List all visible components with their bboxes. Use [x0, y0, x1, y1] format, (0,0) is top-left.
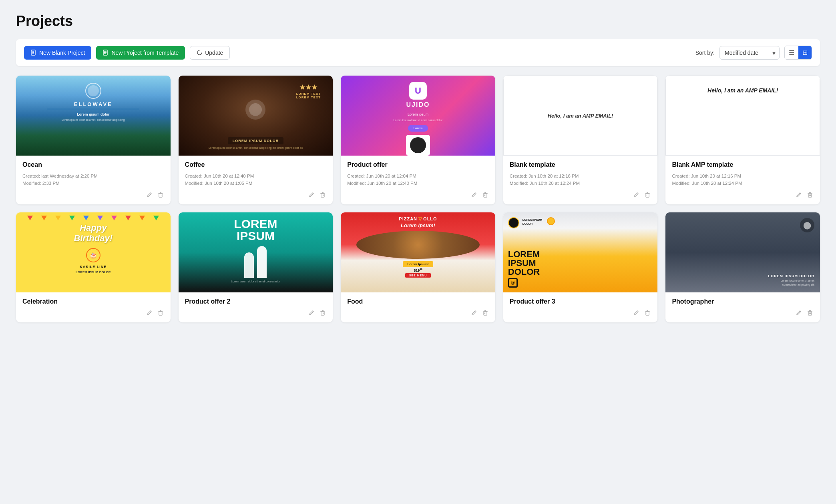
svg-point-8 — [197, 50, 202, 55]
card-title: Coffee — [185, 161, 327, 168]
grid-view-button[interactable]: ⊞ — [798, 46, 812, 59]
sort-wrapper: Modified date Created date Name — [719, 46, 780, 60]
card-title: Celebration — [22, 298, 164, 305]
card-body: Product offer 3 — [503, 292, 658, 322]
card-thumbnail-food: PIZZAN▽OLLO Lorem Ipsum! Lorem ipsum! $1… — [341, 212, 495, 292]
card-actions — [185, 191, 327, 200]
project-card-celebration: HappyBirthday! 🎂 KASILE LINE LOREM IPSUM… — [16, 212, 171, 322]
card-title: Product offer — [347, 161, 489, 168]
card-title: Product offer 2 — [185, 298, 327, 305]
delete-button[interactable] — [806, 309, 814, 318]
svg-rect-34 — [808, 194, 812, 197]
card-body: CoffeeCreated: Jun 10th 20 at 12:40 PMMo… — [179, 156, 333, 204]
card-body: OceanCreated: last Wednesday at 2:20 PMM… — [16, 156, 171, 204]
card-body: Product offerCreated: Jun 10th 20 at 12:… — [341, 156, 495, 204]
svg-rect-16 — [321, 194, 324, 197]
card-actions — [22, 309, 164, 318]
svg-line-51 — [474, 312, 475, 312]
edit-button[interactable] — [470, 309, 478, 318]
card-actions — [185, 309, 327, 318]
card-meta: Created: last Wednesday at 2:20 PMModifi… — [22, 172, 164, 187]
svg-line-57 — [637, 312, 637, 312]
list-view-button[interactable]: ☰ — [785, 46, 798, 59]
project-card-food: PIZZAN▽OLLO Lorem Ipsum! Lorem ipsum! $1… — [341, 212, 495, 322]
edit-button[interactable] — [308, 191, 315, 200]
delete-button[interactable] — [482, 309, 489, 318]
edit-button[interactable] — [633, 191, 640, 200]
card-actions — [347, 309, 489, 318]
card-actions — [672, 191, 814, 200]
card-actions — [347, 191, 489, 200]
delete-button[interactable] — [319, 309, 326, 318]
card-title: Blank AMP template — [672, 161, 814, 168]
card-thumbnail-blank-amp: Hello, I am an AMP EMAIL! — [665, 76, 820, 156]
svg-rect-22 — [484, 194, 487, 197]
svg-line-9 — [150, 194, 151, 194]
card-body: Blank templateCreated: Jun 10th 20 at 12… — [503, 156, 658, 204]
view-toggle: ☰ ⊞ — [784, 46, 812, 60]
svg-rect-40 — [159, 312, 162, 315]
card-thumbnail-coffee: ★★★ LOREM TEXTLOREM TEXT LOREM IPSUM DOL… — [179, 76, 333, 156]
svg-line-27 — [637, 194, 637, 194]
card-meta: Created: Jun 10th 20 at 12:16 PMModified… — [510, 172, 651, 187]
card-actions — [672, 309, 814, 318]
template-document-icon — [102, 50, 109, 56]
card-body: Food — [341, 292, 495, 322]
delete-button[interactable] — [482, 191, 489, 200]
card-body: Celebration — [16, 292, 171, 322]
card-thumbnail-ocean: ELLOWAVE Lorem ipsum dolor Lorem ipsum d… — [16, 76, 171, 156]
delete-button[interactable] — [157, 309, 164, 318]
card-thumbnail-product: U UJIDO Lorem ipsum Lorem ipsum dolor si… — [341, 76, 495, 156]
delete-button[interactable] — [157, 191, 164, 200]
card-meta: Created: Jun 10th 20 at 12:40 PMModified… — [185, 172, 327, 187]
svg-line-39 — [150, 312, 151, 312]
new-blank-project-button[interactable]: New Blank Project — [24, 46, 91, 60]
card-thumbnail-celebration: HappyBirthday! 🎂 KASILE LINE LOREM IPSUM… — [16, 212, 171, 292]
delete-button[interactable] — [806, 191, 814, 200]
project-card-product-offer: U UJIDO Lorem ipsum Lorem ipsum dolor si… — [341, 76, 495, 204]
project-card-product-offer-2: LOREMIPSUM Lorem ipsum dolor sit amet co… — [179, 212, 333, 322]
svg-line-21 — [474, 194, 475, 194]
new-template-project-button[interactable]: New Project from Template — [96, 46, 185, 60]
sort-label: Sort by: — [695, 50, 715, 56]
sort-select[interactable]: Modified date Created date Name — [719, 46, 780, 60]
card-thumbnail-blank: Hello, I am an AMP EMAIL! — [503, 76, 658, 156]
card-actions — [22, 191, 164, 200]
project-card-blank-amp-template: Hello, I am an AMP EMAIL! Blank AMP temp… — [665, 76, 820, 204]
delete-button[interactable] — [319, 191, 326, 200]
svg-rect-58 — [646, 312, 649, 315]
project-card-product-offer-3: LOREM IPSUMDOLOR LOREMIPSUMDOLOR @ Produ… — [503, 212, 658, 322]
card-title: Ocean — [22, 161, 164, 168]
card-meta: Created: Jun 10th 20 at 12:16 PMModified… — [672, 172, 814, 187]
card-title: Blank template — [510, 161, 651, 168]
edit-button[interactable] — [795, 309, 802, 318]
svg-rect-64 — [808, 312, 812, 315]
svg-rect-46 — [321, 312, 324, 315]
edit-button[interactable] — [795, 191, 802, 200]
svg-line-63 — [799, 312, 800, 312]
card-meta: Created: Jun 10th 20 at 12:04 PMModified… — [347, 172, 489, 187]
document-icon — [30, 50, 37, 56]
svg-line-15 — [312, 194, 313, 194]
card-body: Photographer — [665, 292, 820, 322]
edit-button[interactable] — [470, 191, 478, 200]
edit-button[interactable] — [146, 191, 153, 200]
update-button[interactable]: Update — [190, 46, 230, 60]
edit-button[interactable] — [308, 309, 315, 318]
card-thumbnail-product3: LOREM IPSUMDOLOR LOREMIPSUMDOLOR @ — [503, 212, 658, 292]
delete-button[interactable] — [644, 309, 651, 318]
card-body: Blank AMP templateCreated: Jun 10th 20 a… — [665, 156, 820, 204]
card-actions — [510, 191, 651, 200]
svg-rect-10 — [159, 194, 162, 197]
card-title: Food — [347, 298, 489, 305]
edit-button[interactable] — [146, 309, 153, 318]
svg-rect-28 — [646, 194, 649, 197]
projects-grid: ELLOWAVE Lorem ipsum dolor Lorem ipsum d… — [16, 76, 820, 322]
toolbar: New Blank Project New Project from Templ… — [16, 39, 820, 66]
project-card-coffee: ★★★ LOREM TEXTLOREM TEXT LOREM IPSUM DOL… — [179, 76, 333, 204]
delete-button[interactable] — [644, 191, 651, 200]
svg-line-45 — [312, 312, 313, 312]
refresh-icon — [197, 50, 203, 56]
edit-button[interactable] — [633, 309, 640, 318]
project-card-ocean: ELLOWAVE Lorem ipsum dolor Lorem ipsum d… — [16, 76, 171, 204]
